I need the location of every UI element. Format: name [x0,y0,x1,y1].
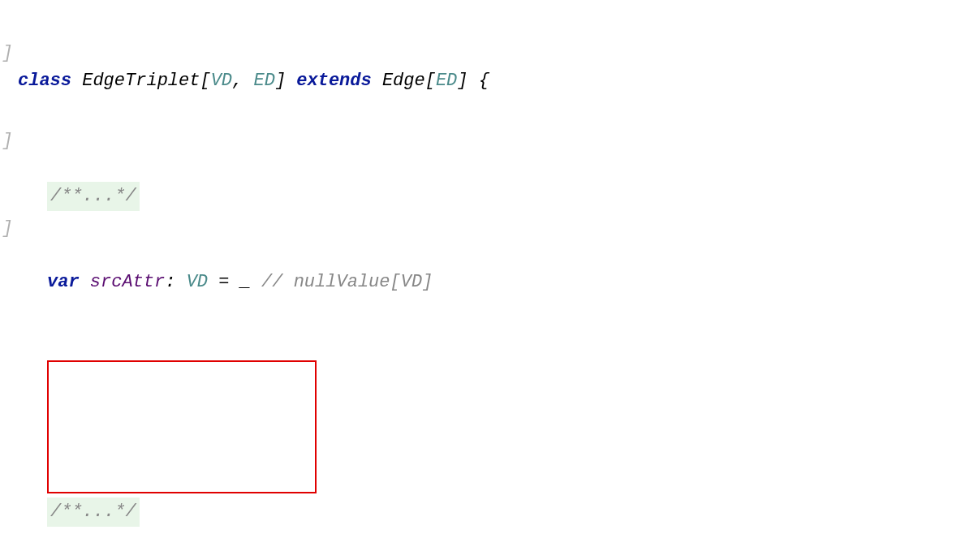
code-line: var srcAttr: VD = _ // nullValue[VD] [18,268,961,297]
keyword: class [18,71,71,91]
comment: // nullValue[VD] [261,272,433,292]
fold-icon[interactable]: ] [0,127,15,156]
code-line: class EdgeTriplet[VD, ED] extends Edge[E… [18,67,961,96]
type-param: ED [436,71,457,91]
doc-comment: /**...*/ [47,182,140,211]
editor-gutter: ] ] ] [0,10,15,273]
code-line: /**...*/ [18,498,961,527]
fold-icon[interactable] [0,10,15,39]
type-param: VD [211,71,232,91]
type-param: ED [253,71,274,91]
fold-icon[interactable]: ] [0,214,15,243]
keyword: var [47,272,80,292]
keyword: extends [296,71,371,91]
code-block: class EdgeTriplet[VD, ED] extends Edge[E… [0,10,961,560]
code-line: /**...*/ [18,182,961,211]
blank-line [18,383,961,412]
fold-icon[interactable]: ] [0,39,15,68]
doc-comment: /**...*/ [47,498,140,527]
type-param: VD [187,272,208,292]
field: srcAttr [90,272,165,292]
